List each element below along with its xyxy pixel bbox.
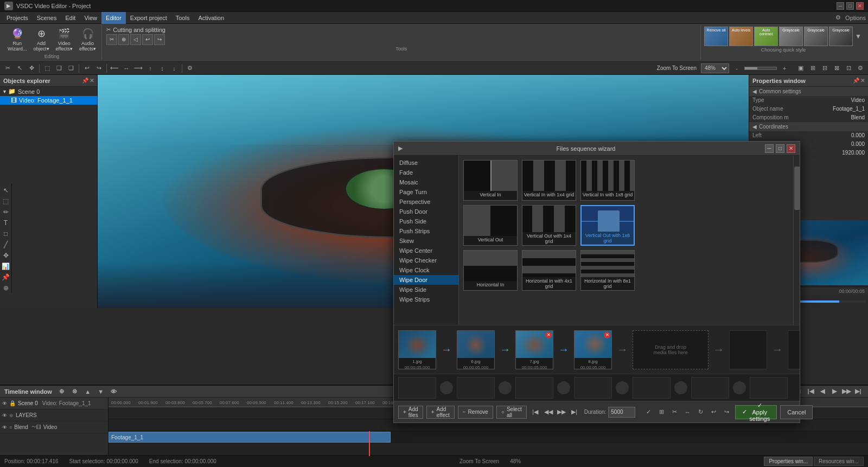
apply-label: ✓ Apply settings bbox=[749, 402, 770, 422]
check-icon[interactable]: ✓ bbox=[643, 407, 654, 418]
apply-settings-btn[interactable]: ✓ ✓ Apply settings bbox=[735, 405, 777, 419]
drop-zone[interactable]: Drag and drop media files here bbox=[633, 330, 709, 369]
arrow-3[interactable]: → bbox=[556, 330, 572, 369]
resize-icon[interactable]: ⊞ bbox=[656, 407, 667, 418]
transition-mosaic[interactable]: Mosaic bbox=[394, 177, 458, 187]
redo-foot-icon[interactable]: ↪ bbox=[721, 407, 732, 418]
transition-skew[interactable]: Skew bbox=[394, 236, 458, 246]
transition-page-turn[interactable]: Page Turn bbox=[394, 187, 458, 197]
thumb-img-8 bbox=[522, 251, 576, 277]
file-person-1 bbox=[404, 334, 430, 357]
transition-perspective[interactable]: Perspective bbox=[394, 197, 458, 207]
circle-6 bbox=[731, 377, 748, 399]
add-effect-btn[interactable]: + Add effect bbox=[426, 406, 455, 419]
transition-wipe-door[interactable]: Wipe Door bbox=[394, 275, 458, 285]
flip-icon[interactable]: ↔ bbox=[682, 407, 693, 418]
file-time-3: 00:00:05.000 bbox=[516, 365, 553, 370]
file-thumb-2[interactable]: 6.jpg 00:00:05.000 bbox=[457, 330, 495, 369]
file-remove-4[interactable]: ✕ bbox=[604, 332, 610, 338]
play-control-prev[interactable]: ◀◀ bbox=[543, 407, 554, 418]
thumb-horiz-in[interactable]: Horizontal In bbox=[463, 250, 518, 291]
circle-4 bbox=[614, 377, 630, 399]
empty-r2-5 bbox=[633, 377, 671, 399]
select-all-btn[interactable]: ○ Select all bbox=[496, 406, 527, 419]
thumb-label-4: Vertical Out bbox=[477, 236, 505, 244]
transition-push-strips[interactable]: Push Strips bbox=[394, 226, 458, 236]
thumb-img-3 bbox=[581, 161, 634, 191]
undo-foot-icon[interactable]: ↩ bbox=[708, 407, 719, 418]
transition-diffuse[interactable]: Diffuse bbox=[394, 158, 458, 168]
empty-slot-2 bbox=[788, 330, 800, 369]
file-thumb-1[interactable]: 1.jpg 00:00:05.000 bbox=[398, 330, 436, 369]
thumb-img-1 bbox=[464, 161, 517, 191]
play-control-first[interactable]: |◀ bbox=[530, 407, 541, 418]
file-thumb-4[interactable]: 8.jpg 00:00:05.000 ✕ bbox=[574, 330, 612, 369]
transition-wipe-strips[interactable]: Wipe Strips bbox=[394, 295, 458, 304]
wizard-titlebar: ▶ Files sequence wizard ─ □ ✕ bbox=[394, 142, 800, 156]
add-files-btn[interactable]: + Add files bbox=[398, 406, 423, 419]
duration-input[interactable] bbox=[608, 407, 635, 418]
file-name-1: 1.jpg bbox=[399, 358, 436, 365]
wizard-max-btn[interactable]: □ bbox=[776, 144, 784, 153]
thumb-img-9 bbox=[581, 251, 634, 277]
thumb-label-8: Horizontal In with 4x1 grid bbox=[522, 277, 576, 290]
empty-slot-1 bbox=[729, 330, 767, 369]
empty-r2-1 bbox=[398, 377, 436, 399]
thumb-img-5 bbox=[522, 206, 576, 232]
wizard-footer: + Add files + Add effect − Remove ○ Sele… bbox=[394, 401, 800, 423]
empty-r2-4 bbox=[574, 377, 612, 399]
thumb-vert-out-1x4[interactable]: Vertical Out with 1x4 grid bbox=[522, 205, 576, 246]
file-person-3 bbox=[521, 334, 547, 357]
wizard-scrollbar[interactable] bbox=[793, 156, 800, 325]
empty-r2-2 bbox=[457, 377, 495, 399]
arrow-6: → bbox=[769, 330, 786, 369]
thumb-vert-in-1x4[interactable]: Vertical In with 1x4 grid bbox=[522, 160, 576, 201]
empty-r2-7 bbox=[750, 377, 788, 399]
play-control-last[interactable]: ▶| bbox=[569, 407, 580, 418]
add-files-icon: + bbox=[403, 409, 406, 415]
transition-wipe-center[interactable]: Wipe Center bbox=[394, 246, 458, 255]
wizard-min-btn[interactable]: ─ bbox=[765, 144, 774, 153]
vert-out-svg bbox=[582, 206, 634, 232]
transition-wipe-checker[interactable]: Wipe Checker bbox=[394, 255, 458, 265]
arrow-1[interactable]: → bbox=[438, 330, 455, 369]
thumb-vert-in-1x8[interactable]: Vertical In with 1x8 grid bbox=[580, 160, 635, 201]
transition-wipe-clock[interactable]: Wipe Clock bbox=[394, 265, 458, 275]
wizard-row-2: Vertical Out Vertical Out with 1x4 grid bbox=[463, 205, 789, 246]
wizard-close-btn[interactable]: ✕ bbox=[787, 144, 795, 153]
arrow-4[interactable]: → bbox=[614, 330, 630, 369]
file-remove-3[interactable]: ✕ bbox=[545, 332, 552, 338]
thumb-horiz-in-4x1[interactable]: Horizontal In with 4x1 grid bbox=[522, 250, 576, 291]
file-name-2: 6.jpg bbox=[457, 358, 494, 365]
wizard-title: Files sequence wizard bbox=[407, 145, 765, 152]
arrow-5: → bbox=[711, 330, 727, 369]
crop-icon[interactable]: ✂ bbox=[669, 407, 680, 418]
wizard-overlay: ▶ Files sequence wizard ─ □ ✕ Diffuse Fa… bbox=[0, 0, 868, 467]
transition-wipe-side[interactable]: Wipe Side bbox=[394, 285, 458, 295]
thumb-vert-in[interactable]: Vertical In bbox=[463, 160, 518, 201]
transition-fade[interactable]: Fade bbox=[394, 168, 458, 177]
thumb-img-4 bbox=[464, 206, 517, 236]
apply-check-icon: ✓ bbox=[742, 408, 747, 415]
thumb-vert-out-1x8[interactable]: Vertical Out with 1x8 grid bbox=[580, 205, 635, 246]
thumb-vert-out[interactable]: Vertical Out bbox=[463, 205, 518, 246]
arrow-2[interactable]: → bbox=[497, 330, 513, 369]
transition-push-door[interactable]: Push Door bbox=[394, 207, 458, 216]
wizard-body: Diffuse Fade Mosaic Page Turn Perspectiv… bbox=[394, 156, 800, 325]
wizard-action-icons: ✓ ⊞ ✂ ↔ ↻ ↩ ↪ bbox=[643, 407, 732, 418]
add-files-label: Add files bbox=[409, 406, 418, 418]
select-circle-icon: ○ bbox=[501, 409, 505, 415]
file-time-2: 00:00:05.000 bbox=[457, 365, 494, 370]
cancel-btn[interactable]: Cancel bbox=[780, 405, 813, 419]
rotate-icon[interactable]: ↻ bbox=[695, 407, 706, 418]
file-thumb-3[interactable]: 7.jpg 00:00:05.000 ✕ bbox=[515, 330, 553, 369]
remove-btn[interactable]: − Remove bbox=[458, 406, 493, 419]
transition-push-side[interactable]: Push Side bbox=[394, 216, 458, 226]
play-control-next[interactable]: ▶▶ bbox=[556, 407, 567, 418]
file-img-2 bbox=[457, 331, 494, 358]
thumb-horiz-in-8x1[interactable]: Horizontal In with 8x1 grid bbox=[580, 250, 635, 291]
wizard-scrollthumb[interactable] bbox=[794, 167, 800, 210]
wizard-row-3: Horizontal In Horizontal In with 4x1 gri… bbox=[463, 250, 789, 291]
thumb-img-7 bbox=[464, 251, 517, 281]
select-all-label: Select all bbox=[507, 406, 522, 418]
